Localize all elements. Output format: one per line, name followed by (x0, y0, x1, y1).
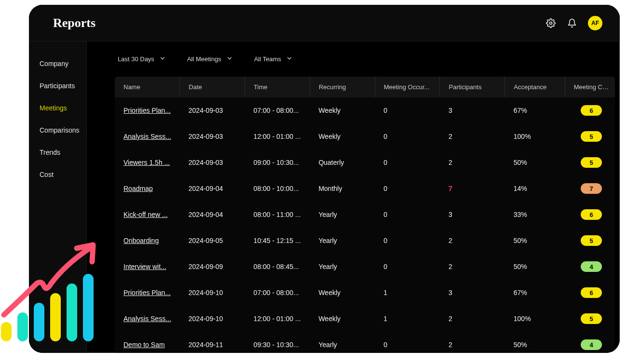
cell-date: 2024-09-10 (180, 280, 245, 306)
chevron-down-icon (226, 55, 233, 63)
cost-pill: 5 (581, 235, 602, 246)
cell-cost: 7 (565, 175, 615, 202)
cost-pill: 4 (581, 339, 602, 350)
cell-name[interactable]: Roadmap (115, 175, 180, 202)
filter-teams-label: All Teams (254, 55, 281, 63)
cell-recurring: Quaterly (310, 149, 375, 175)
cell-acceptance: 50% (505, 228, 565, 254)
cell-participants: 3 (440, 280, 505, 306)
table-row[interactable]: Viewers 1.5h ...2024-09-0309:00 - 10:30.… (115, 149, 615, 175)
cell-date: 2024-09-10 (180, 306, 245, 332)
col-header-date[interactable]: Date (180, 77, 245, 97)
cost-pill: 5 (581, 131, 602, 142)
cell-acceptance: 67% (505, 280, 565, 306)
avatar[interactable]: AF (588, 16, 602, 30)
table-row[interactable]: Interview wit...2024-09-0908:00 - 08:45.… (115, 254, 615, 280)
cell-time: 07:00 - 08:00... (245, 97, 310, 123)
cell-date: 2024-09-03 (180, 149, 245, 175)
cell-occurrences: 0 (375, 123, 440, 149)
filter-date-range[interactable]: Last 30 Days (118, 55, 166, 63)
col-header-time[interactable]: Time (245, 77, 310, 97)
cell-recurring: Yearly (310, 332, 375, 353)
cell-participants: 7 (440, 175, 505, 202)
cost-pill: 6 (581, 209, 602, 220)
cost-pill: 5 (581, 157, 602, 168)
svg-rect-2 (17, 312, 28, 341)
cost-pill: 6 (581, 287, 602, 298)
cell-name[interactable]: Analysis Sess... (115, 123, 180, 149)
cell-participants: 2 (440, 123, 505, 149)
sidebar-item-cost[interactable]: Cost (40, 171, 86, 178)
cell-name[interactable]: Kick-off new ... (115, 202, 180, 228)
cell-cost: 5 (565, 149, 615, 175)
cell-acceptance: 50% (505, 149, 565, 175)
cell-cost: 5 (565, 228, 615, 254)
cell-recurring: Weekly (310, 123, 375, 149)
cell-date: 2024-09-04 (180, 175, 245, 202)
cell-occurrences: 0 (375, 97, 440, 123)
col-header-recurring[interactable]: Recurring (310, 77, 375, 97)
table-row[interactable]: Roadmap2024-09-0408:00 - 10:00...Monthly… (115, 175, 615, 202)
cell-time: 08:00 - 08:45... (245, 254, 310, 280)
table-row[interactable]: Analysis Sess...2024-09-0312:00 - 01:00 … (115, 123, 615, 149)
filter-teams[interactable]: All Teams (254, 55, 293, 63)
sidebar-item-trends[interactable]: Trends (40, 148, 86, 156)
cell-acceptance: 50% (505, 332, 565, 353)
meetings-table-scroll[interactable]: Name Date Time Recurring Meeting Occur..… (115, 77, 615, 353)
cell-name[interactable]: Interview wit... (115, 254, 180, 280)
cell-date: 2024-09-05 (180, 228, 245, 254)
header-actions: AF (545, 16, 602, 30)
filter-date-range-label: Last 30 Days (118, 55, 154, 63)
cell-name[interactable]: Onboarding (115, 228, 180, 254)
cell-occurrences: 0 (375, 202, 440, 228)
col-header-cost[interactable]: Meeting Cost I... (565, 77, 615, 97)
table-row[interactable]: Demo to Sam2024-09-1109:30 - 10:30...Yea… (115, 332, 615, 353)
bell-icon[interactable] (567, 18, 577, 28)
cell-cost: 4 (565, 254, 615, 280)
cell-date: 2024-09-11 (180, 332, 245, 353)
sidebar: Company Participants Meetings Comparison… (29, 41, 87, 353)
col-header-name[interactable]: Name (115, 77, 180, 97)
cell-name[interactable]: Priorities Plan... (115, 97, 180, 123)
cell-recurring: Weekly (310, 97, 375, 123)
meetings-table: Name Date Time Recurring Meeting Occur..… (115, 77, 615, 353)
cell-date: 2024-09-04 (180, 202, 245, 228)
table-row[interactable]: Onboarding2024-09-0510:45 - 12:15 ...Yea… (115, 228, 615, 254)
app-header: Reports AF (29, 5, 620, 41)
cell-cost: 5 (565, 123, 615, 149)
filter-meetings[interactable]: All Meetings (187, 55, 233, 63)
col-header-participants[interactable]: Participants (440, 77, 505, 97)
filter-meetings-label: All Meetings (187, 55, 221, 63)
cell-participants: 3 (440, 202, 505, 228)
col-header-occurrences[interactable]: Meeting Occur... (375, 77, 440, 97)
main-content: Last 30 Days All Meetings All Teams (87, 41, 620, 353)
table-row[interactable]: Kick-off new ...2024-09-0408:00 - 11:00 … (115, 202, 615, 228)
sidebar-item-participants[interactable]: Participants (40, 82, 86, 90)
filter-bar: Last 30 Days All Meetings All Teams (87, 55, 620, 63)
cell-name[interactable]: Demo to Sam (115, 332, 180, 353)
table-header-row: Name Date Time Recurring Meeting Occur..… (115, 77, 615, 97)
cell-name[interactable]: Priorities Plan... (115, 280, 180, 306)
cell-occurrences: 0 (375, 254, 440, 280)
sidebar-item-comparisons[interactable]: Comparisons (40, 126, 86, 134)
sidebar-item-meetings[interactable]: Meetings (40, 104, 86, 112)
chevron-down-icon (159, 55, 166, 63)
cell-participants: 3 (440, 97, 505, 123)
cell-recurring: Monthly (310, 175, 375, 202)
cell-date: 2024-09-03 (180, 123, 245, 149)
cell-time: 09:00 - 10:30... (245, 149, 310, 175)
table-row[interactable]: Analysis Sess...2024-09-1012:00 - 01:00 … (115, 306, 615, 332)
cell-name[interactable]: Viewers 1.5h ... (115, 149, 180, 175)
col-header-acceptance[interactable]: Acceptance (505, 77, 565, 97)
cell-time: 08:00 - 10:00... (245, 175, 310, 202)
cell-time: 12:00 - 01:00 ... (245, 123, 310, 149)
cell-name[interactable]: Analysis Sess... (115, 306, 180, 332)
sidebar-item-company[interactable]: Company (40, 60, 86, 67)
table-row[interactable]: Priorities Plan...2024-09-1007:00 - 08:0… (115, 280, 615, 306)
cell-cost: 6 (565, 97, 615, 123)
cell-recurring: Yearly (310, 254, 375, 280)
table-row[interactable]: Priorities Plan...2024-09-0307:00 - 08:0… (115, 97, 615, 123)
cell-occurrences: 1 (375, 306, 440, 332)
gear-icon[interactable] (545, 18, 556, 28)
cell-participants: 2 (440, 149, 505, 175)
